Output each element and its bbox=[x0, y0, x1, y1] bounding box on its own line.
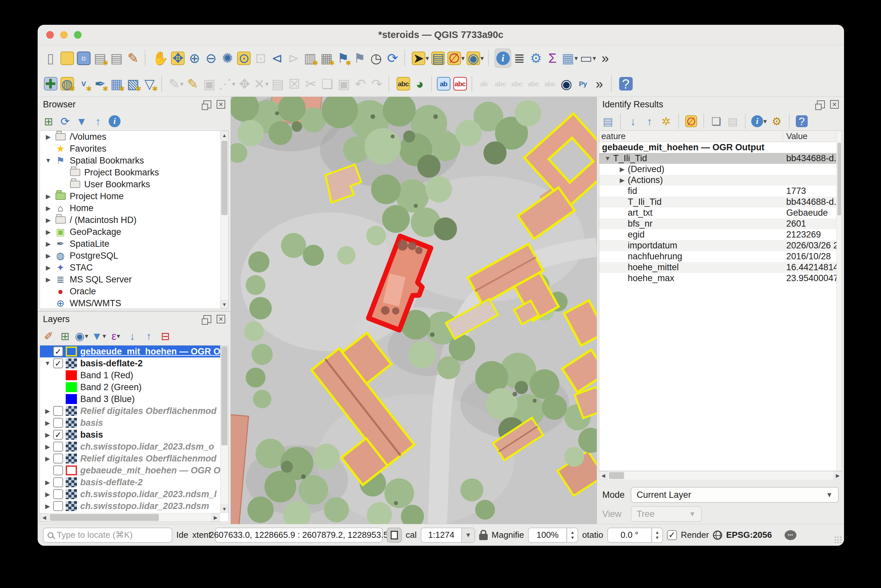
layers-filter-legend-icon[interactable]: ▼▾ bbox=[90, 328, 107, 344]
identify-vertical-scrollbar[interactable] bbox=[836, 131, 842, 471]
expand-arrow-icon[interactable]: ▶ bbox=[43, 240, 54, 248]
layer-visibility-checkbox[interactable] bbox=[53, 465, 63, 476]
save-project-icon[interactable]: ▫ bbox=[75, 48, 92, 68]
identify-copy-feature-icon[interactable]: ❏ bbox=[709, 113, 724, 129]
identify-attribute-row[interactable]: art_txtGebaeude bbox=[599, 207, 842, 218]
layers-expand-all-icon[interactable]: ↓ bbox=[125, 328, 140, 344]
data-source-manager-icon[interactable]: ✚ bbox=[42, 74, 59, 93]
layers-scroll-thumb[interactable] bbox=[221, 346, 228, 445]
expand-arrow-icon[interactable]: ▶ bbox=[43, 228, 54, 236]
column-header-feature[interactable]: eature bbox=[599, 131, 783, 142]
layer-diagram-icon[interactable]: ◕ bbox=[411, 74, 428, 93]
expand-arrow-icon[interactable]: ▶ bbox=[43, 264, 54, 272]
layers-manage-visibility-dropdown-icon[interactable]: ▾ bbox=[85, 332, 88, 340]
layers-add-group-icon[interactable]: ⊞ bbox=[57, 328, 73, 344]
identify-mode-select-icon[interactable]: i▾ bbox=[750, 113, 768, 129]
minimize-window-button[interactable] bbox=[60, 31, 68, 39]
new-mesh-layer-icon[interactable]: ▦ bbox=[108, 74, 125, 93]
metasearch-icon[interactable]: ◉ bbox=[558, 74, 575, 93]
expand-arrow-icon[interactable]: ▶ bbox=[616, 176, 628, 184]
layer-labeling-icon[interactable]: abc bbox=[395, 74, 411, 93]
toolbar-overflow-2-icon[interactable]: » bbox=[591, 74, 608, 93]
spinner-arrows-icon[interactable]: ▲▼ bbox=[652, 528, 663, 543]
layer-item[interactable]: ✓gebaeude_mit_hoehen — OGR O bbox=[40, 345, 228, 357]
new-3d-map-view-icon[interactable]: ▦ bbox=[318, 48, 335, 68]
deselect-features-icon[interactable]: ∅▾ bbox=[446, 48, 466, 68]
crs-globe-icon[interactable] bbox=[713, 531, 722, 540]
pan-to-selection-icon[interactable]: ✥ bbox=[170, 48, 186, 68]
identify-help-icon[interactable]: ? bbox=[794, 113, 809, 129]
scroll-up-icon[interactable]: ▲ bbox=[220, 131, 228, 140]
expand-arrow-icon[interactable]: ▶ bbox=[42, 407, 53, 415]
layers-float-icon[interactable] bbox=[204, 315, 211, 323]
layers-filter-legend-dropdown-icon[interactable]: ▾ bbox=[103, 332, 106, 340]
layers-collapse-all-icon[interactable]: ↑ bbox=[141, 328, 157, 344]
browser-item-favorites[interactable]: ★Favorites bbox=[40, 143, 228, 154]
measure-dropdown-icon[interactable]: ▾ bbox=[593, 54, 596, 62]
identify-expand-new-results-icon[interactable]: ✲ bbox=[658, 113, 674, 129]
expand-arrow-icon[interactable]: ▶ bbox=[42, 478, 53, 486]
browser-add-selected-layers-icon[interactable]: ⊞ bbox=[41, 113, 56, 129]
new-project-icon[interactable]: ▯ bbox=[42, 48, 59, 68]
identify-close-icon[interactable]: × bbox=[830, 100, 839, 109]
layer-item[interactable]: Band 1 (Red) bbox=[40, 369, 228, 381]
identify-mode-select-dropdown-icon[interactable]: ▾ bbox=[763, 117, 767, 125]
zoom-window-button[interactable] bbox=[74, 31, 82, 39]
new-spatial-bookmark-icon[interactable]: ⚑ bbox=[335, 48, 351, 68]
spinner-arrows-icon[interactable]: ▲▼ bbox=[567, 528, 578, 543]
layer-item[interactable]: ▶✓basis bbox=[40, 429, 228, 441]
browser-properties-icon[interactable]: i bbox=[107, 113, 122, 129]
toolbar-overflow-icon[interactable]: » bbox=[597, 48, 614, 68]
layers-manage-visibility-icon[interactable]: ◉▾ bbox=[74, 328, 89, 344]
messages-icon[interactable]: ••• bbox=[785, 530, 797, 540]
zoom-to-selection-icon[interactable]: ⊙ bbox=[236, 48, 252, 68]
help-icon[interactable]: ? bbox=[617, 74, 634, 93]
browser-item-project-home[interactable]: ▶Project Home bbox=[40, 190, 228, 202]
mode-select[interactable]: Current Layer ▼ bbox=[631, 487, 839, 503]
layer-visibility-checkbox[interactable] bbox=[53, 418, 63, 428]
new-gpx-layer-icon[interactable]: ▧ bbox=[125, 74, 141, 93]
identify-attribute-row[interactable]: importdatum2026/03/26 2... bbox=[599, 240, 842, 251]
toggle-editing-icon[interactable]: ✎ bbox=[184, 74, 201, 93]
layer-visibility-checkbox[interactable]: ✓ bbox=[53, 430, 63, 440]
vertex-tool-dropdown-icon[interactable]: ▾ bbox=[265, 80, 268, 88]
identify-attribute-row[interactable]: hoehe_max23.95400047... bbox=[599, 273, 842, 284]
layers-vertical-scrollbar[interactable]: ▼ bbox=[220, 345, 228, 513]
zoom-full-extent-icon[interactable]: ✺ bbox=[219, 48, 236, 68]
layer-item[interactable]: Band 3 (Blue) bbox=[40, 393, 228, 405]
deselect-features-dropdown-icon[interactable]: ▾ bbox=[461, 54, 464, 62]
layer-visibility-checkbox[interactable] bbox=[53, 489, 63, 499]
expand-arrow-icon[interactable]: ▶ bbox=[42, 431, 53, 439]
layer-visibility-checkbox[interactable] bbox=[53, 477, 63, 487]
identify-scroll-thumb[interactable] bbox=[838, 143, 841, 215]
browser-item-project-bookmarks[interactable]: Project Bookmarks bbox=[40, 166, 228, 178]
browser-vertical-scrollbar[interactable]: ▲ ▼ bbox=[220, 131, 228, 309]
layer-item[interactable]: ▶basis-deflate-2 bbox=[40, 476, 228, 488]
render-checkbox[interactable]: ✓ bbox=[667, 530, 677, 540]
browser-refresh-icon[interactable]: ⟳ bbox=[57, 113, 73, 129]
expand-arrow-icon[interactable]: ▶ bbox=[43, 252, 54, 260]
show-statistics-icon[interactable]: Σ bbox=[544, 48, 561, 68]
close-window-button[interactable] bbox=[46, 31, 54, 39]
zoom-out-icon[interactable]: ⊖ bbox=[203, 48, 219, 68]
pin-labels-icon[interactable]: ab bbox=[435, 74, 452, 93]
new-map-view-icon[interactable]: ▥ bbox=[302, 48, 318, 68]
layers-remove-icon[interactable]: ⊟ bbox=[158, 328, 173, 344]
current-edits-dropdown-icon[interactable]: ▾ bbox=[180, 80, 184, 88]
layers-style-dock-icon[interactable]: ✐ bbox=[41, 328, 56, 344]
identify-collapse-tree-icon[interactable]: ↑ bbox=[642, 113, 657, 129]
measure-icon[interactable]: ▭▾ bbox=[579, 48, 597, 68]
new-geopackage-layer-icon[interactable]: ◍ bbox=[59, 74, 75, 93]
style-manager-icon[interactable]: ✎ bbox=[125, 48, 141, 68]
column-header-value[interactable]: Value bbox=[783, 131, 842, 142]
temporal-controller-icon[interactable]: ◷ bbox=[368, 48, 384, 68]
browser-float-icon[interactable] bbox=[204, 100, 211, 108]
map-canvas[interactable] bbox=[231, 97, 597, 524]
refresh-map-icon[interactable]: ⟳ bbox=[384, 48, 401, 68]
highlight-pinned-labels-icon[interactable]: abc bbox=[452, 74, 468, 93]
layer-item[interactable]: Band 2 (Green) bbox=[40, 381, 228, 393]
select-features-icon[interactable]: ➤▾ bbox=[411, 48, 430, 68]
identify-float-icon[interactable] bbox=[817, 100, 825, 108]
identify-attribute-row[interactable]: ▶(Actions) bbox=[599, 175, 842, 186]
expand-arrow-icon[interactable]: ▶ bbox=[616, 165, 628, 173]
